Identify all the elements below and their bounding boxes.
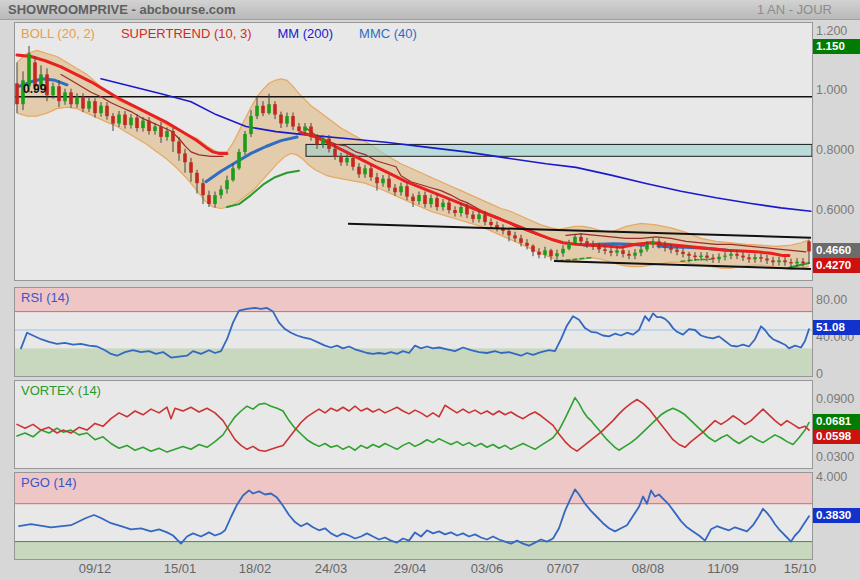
vi-minus-line — [17, 400, 809, 452]
candle-body — [657, 241, 661, 245]
candle-body — [723, 256, 727, 257]
date-label: 24/03 — [315, 561, 348, 576]
candle-body — [483, 215, 487, 223]
candle-body — [297, 127, 301, 132]
axis-tick: 0.0900 — [816, 392, 854, 406]
candle-body — [753, 257, 757, 259]
pgo-label: PGO (14) — [21, 475, 77, 490]
candle-body — [399, 186, 403, 192]
candle-body — [93, 101, 97, 113]
candle-body — [267, 104, 271, 113]
hline-label: 0.99 — [23, 82, 46, 96]
candle-body — [777, 260, 781, 262]
candle-body — [453, 210, 457, 213]
candle-body — [615, 250, 619, 252]
candle-body — [87, 101, 91, 109]
candle-body — [213, 195, 217, 204]
candle-body — [441, 203, 445, 208]
legend-item: BOLL (20, 2) — [21, 26, 95, 41]
axis-tick: 1.000 — [816, 83, 847, 97]
candle-body — [321, 139, 325, 145]
candle-body — [567, 243, 571, 249]
candle-body — [681, 252, 685, 254]
indicator-legend: BOLL (20, 2)SUPERTREND (10, 3)MM (200)MM… — [21, 26, 417, 41]
candle-body — [339, 156, 343, 162]
candle-body — [627, 254, 631, 256]
candle-body — [189, 162, 193, 172]
candle-body — [309, 127, 313, 137]
candle-body — [651, 241, 655, 244]
candle-body — [525, 243, 529, 246]
candle-body — [255, 106, 259, 116]
candle-body — [675, 250, 679, 252]
axis-badge: 0.0681 — [813, 414, 860, 429]
candle-body — [99, 106, 103, 114]
candle-body — [357, 167, 361, 175]
candle-body — [315, 137, 319, 145]
candle-body — [417, 195, 421, 201]
candle-body — [15, 83, 19, 104]
candle-body — [249, 116, 253, 134]
candle-body — [219, 189, 223, 195]
candle-body — [135, 118, 139, 128]
axis-tick: 0 — [816, 367, 823, 381]
date-label: 08/08 — [632, 561, 665, 576]
axis-tick: 0.0300 — [816, 450, 854, 464]
candle-body — [405, 186, 409, 196]
candle-body — [783, 260, 787, 262]
legend-item: MMC (40) — [359, 26, 417, 41]
axis-badge: 1.150 — [813, 39, 860, 54]
candle-body — [369, 168, 373, 177]
panel-rsi: RSI (14) — [14, 287, 813, 377]
axis-badge: 0.4270 — [813, 258, 860, 273]
candle-body — [585, 241, 589, 244]
candle-body — [279, 115, 283, 124]
candle-body — [63, 92, 67, 101]
candle-body — [75, 97, 79, 105]
candle-body — [513, 235, 517, 238]
date-label: 15/10 — [784, 561, 817, 576]
axis-tick: 1.200 — [816, 24, 847, 38]
main-plot — [15, 23, 812, 280]
candle-body — [741, 256, 745, 258]
axis-badge: 51.08 — [813, 320, 860, 335]
candle-body — [807, 241, 811, 251]
candle-body — [387, 179, 391, 188]
candle-body — [669, 248, 673, 250]
header-bar: SHOWROOMPRIVE - abcbourse.com 1 AN - JOU… — [0, 0, 860, 20]
candle-body — [531, 246, 535, 252]
candle-body — [51, 86, 55, 95]
candle-body — [375, 177, 379, 183]
candle-body — [147, 121, 151, 131]
candle-body — [333, 149, 337, 157]
candle-body — [273, 104, 277, 114]
candle-body — [243, 134, 247, 152]
candle-body — [609, 251, 613, 253]
timeframe-label: 1 AN - JOUR — [757, 2, 832, 17]
candle-body — [105, 106, 109, 116]
candle-body — [591, 244, 595, 246]
vortex-label: VORTEX (14) — [21, 383, 101, 398]
candle-body — [747, 257, 751, 259]
vi-plus-line — [17, 398, 809, 453]
candle-body — [345, 158, 349, 163]
candle-body — [489, 222, 493, 225]
axis-badge: 0.0598 — [813, 429, 860, 444]
candle-body — [117, 115, 121, 124]
candle-body — [285, 116, 289, 124]
candle-body — [729, 254, 733, 256]
candle-body — [363, 168, 367, 174]
candle-body — [381, 179, 385, 184]
candle-body — [663, 245, 667, 248]
candle-body — [693, 256, 697, 258]
candle-body — [123, 115, 127, 125]
candle-body — [237, 152, 241, 168]
panel-vortex: VORTEX (14) — [14, 380, 813, 469]
candle-body — [555, 253, 559, 256]
candle-body — [633, 253, 637, 256]
date-label: 15/01 — [164, 561, 197, 576]
candle-body — [57, 86, 61, 101]
rsi-plot — [15, 288, 812, 376]
candle-body — [183, 153, 187, 162]
rsi-label: RSI (14) — [21, 290, 69, 305]
